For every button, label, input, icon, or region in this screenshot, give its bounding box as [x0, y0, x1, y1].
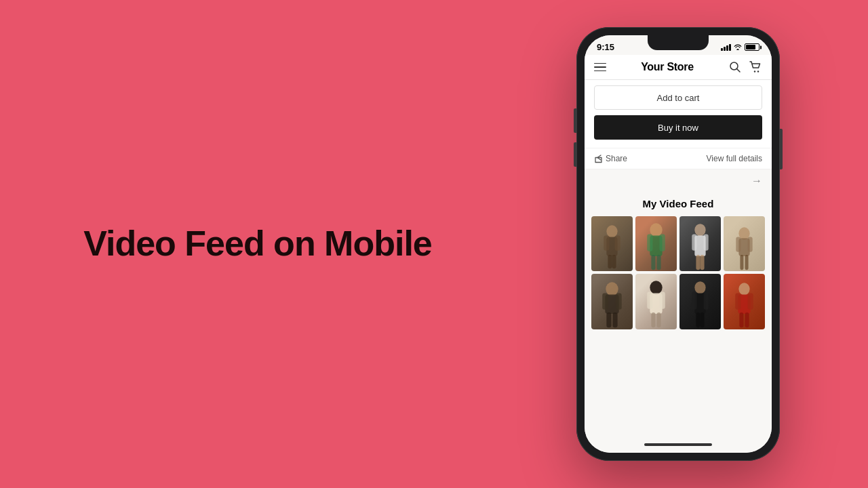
- svg-rect-8: [608, 255, 612, 268]
- svg-rect-50: [739, 312, 743, 327]
- svg-line-1: [736, 69, 740, 73]
- svg-rect-19: [704, 234, 709, 250]
- battery-fill: [746, 45, 755, 49]
- search-icon[interactable]: [728, 60, 742, 74]
- view-full-details-link[interactable]: View full details: [707, 154, 763, 163]
- svg-rect-13: [660, 234, 665, 251]
- thumb-figure-2: [635, 216, 677, 271]
- svg-rect-25: [748, 237, 753, 251]
- svg-rect-30: [602, 293, 608, 310]
- video-feed-title: My Video Feed: [591, 198, 765, 209]
- video-thumb-4[interactable]: [724, 216, 765, 271]
- svg-rect-27: [745, 255, 749, 270]
- svg-point-4: [606, 225, 617, 237]
- thumb-figure-6: [635, 274, 677, 329]
- svg-rect-42: [692, 292, 696, 310]
- svg-rect-48: [735, 293, 741, 310]
- product-buttons-area: Add to cart Buy it now: [585, 80, 772, 148]
- main-title: Video Feed on Mobile: [83, 224, 432, 264]
- svg-rect-9: [612, 255, 616, 268]
- svg-rect-36: [647, 292, 652, 309]
- product-actions-bar: Share View full details: [585, 148, 772, 169]
- svg-rect-6: [604, 235, 609, 250]
- svg-rect-44: [696, 312, 700, 327]
- svg-rect-37: [660, 292, 665, 309]
- menu-line-1: [594, 63, 606, 64]
- video-thumb-2[interactable]: [635, 216, 677, 271]
- share-icon: [594, 155, 603, 163]
- left-section: Video Feed on Mobile: [0, 197, 515, 291]
- wifi-icon: [734, 43, 742, 52]
- svg-rect-15: [657, 255, 661, 270]
- svg-rect-14: [651, 255, 655, 270]
- svg-point-16: [694, 224, 705, 236]
- status-time: 9:15: [597, 42, 614, 52]
- video-grid: [591, 216, 765, 329]
- svg-rect-43: [704, 292, 709, 310]
- hamburger-menu-icon[interactable]: [594, 63, 606, 72]
- svg-rect-20: [696, 255, 700, 270]
- arrow-right-icon: →: [751, 175, 762, 187]
- home-indicator: [585, 438, 772, 453]
- svg-rect-39: [657, 312, 661, 327]
- svg-point-40: [694, 282, 705, 294]
- bar3: [726, 45, 728, 51]
- svg-rect-26: [740, 255, 743, 270]
- svg-rect-45: [701, 312, 705, 327]
- svg-point-46: [738, 283, 749, 296]
- right-section: 9:15: [515, 7, 868, 481]
- svg-point-2: [754, 70, 755, 72]
- svg-rect-24: [736, 237, 741, 251]
- thumb-figure-3: [679, 216, 721, 271]
- svg-point-28: [606, 283, 618, 296]
- share-button[interactable]: Share: [594, 154, 627, 163]
- menu-line-3: [594, 70, 606, 72]
- buy-now-button[interactable]: Buy it now: [594, 115, 762, 140]
- video-thumb-8[interactable]: [724, 274, 765, 329]
- svg-rect-51: [745, 312, 749, 327]
- home-bar: [644, 443, 712, 446]
- video-thumb-7[interactable]: [679, 274, 721, 329]
- svg-point-3: [757, 70, 759, 72]
- video-thumb-5[interactable]: [591, 274, 633, 329]
- arrow-area: →: [585, 169, 772, 192]
- video-thumb-3[interactable]: [679, 216, 721, 271]
- phone-frame: 9:15: [576, 27, 780, 461]
- bar1: [721, 48, 723, 51]
- phone-notch: [648, 35, 709, 50]
- battery-icon: [745, 43, 760, 51]
- svg-rect-18: [692, 234, 696, 250]
- svg-rect-32: [606, 312, 611, 327]
- video-thumb-1[interactable]: [591, 216, 633, 271]
- svg-rect-21: [701, 255, 705, 270]
- thumb-figure-4: [724, 216, 765, 271]
- video-thumb-6[interactable]: [635, 274, 677, 329]
- svg-rect-38: [651, 312, 655, 327]
- bar4: [729, 44, 731, 51]
- thumb-figure-1: [591, 216, 633, 271]
- svg-rect-12: [647, 234, 652, 251]
- store-title: Your Store: [641, 61, 694, 73]
- thumb-figure-5: [591, 274, 633, 329]
- bar2: [724, 47, 726, 51]
- thumb-figure-8: [724, 274, 765, 329]
- svg-rect-7: [615, 235, 620, 250]
- thumb-figure-7: [679, 274, 721, 329]
- signal-icon: [721, 44, 731, 51]
- nav-bar: Your Store: [585, 55, 772, 80]
- menu-line-2: [594, 66, 606, 68]
- nav-action-icons: [728, 60, 762, 74]
- cart-icon[interactable]: [749, 60, 762, 74]
- add-to-cart-button[interactable]: Add to cart: [594, 85, 762, 110]
- video-feed-section: My Video Feed: [585, 192, 772, 438]
- svg-rect-31: [616, 293, 622, 310]
- share-label: Share: [606, 154, 627, 163]
- status-icons: [721, 43, 760, 52]
- svg-rect-33: [613, 312, 618, 327]
- svg-rect-49: [748, 293, 753, 310]
- phone-screen: 9:15: [585, 35, 772, 453]
